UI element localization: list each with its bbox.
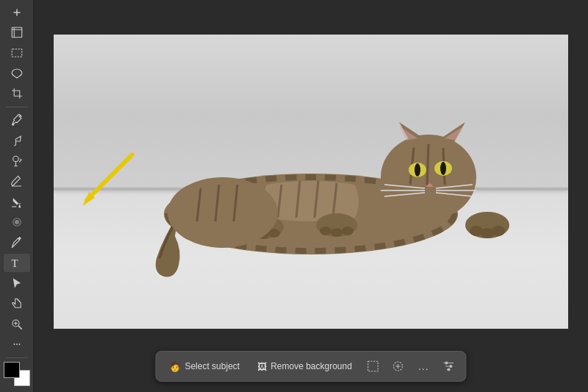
main-area: 🧑 Select subject 🖼 Remove background: [34, 0, 588, 392]
tool-stamp[interactable]: [4, 152, 30, 171]
tool-crop[interactable]: [4, 85, 30, 104]
bottom-toolbar: 🧑 Select subject 🖼 Remove background: [155, 351, 466, 382]
svg-text:T: T: [11, 257, 18, 269]
cat-illustration: [105, 89, 517, 295]
remove-background-label: Remove background: [270, 361, 352, 371]
settings-button[interactable]: [438, 356, 460, 377]
svg-point-61: [445, 362, 448, 364]
tool-zoom[interactable]: [4, 315, 30, 334]
svg-line-19: [427, 144, 429, 185]
more-options-button[interactable]: ...: [412, 357, 435, 376]
tool-artboard[interactable]: [4, 24, 30, 43]
svg-rect-1: [12, 49, 22, 57]
cat-scene: [54, 35, 568, 329]
svg-rect-0: [12, 28, 22, 38]
selection-tool-button[interactable]: [362, 356, 384, 377]
tool-blur[interactable]: [4, 213, 30, 232]
circle-selection-button[interactable]: [387, 356, 409, 377]
remove-background-button[interactable]: 🖼 Remove background: [250, 357, 359, 376]
tool-marquee[interactable]: [4, 43, 30, 63]
svg-point-28: [440, 162, 446, 175]
canvas-area[interactable]: 🧑 Select subject 🖼 Remove background: [34, 0, 588, 392]
svg-point-2: [12, 124, 14, 126]
svg-line-8: [18, 325, 21, 329]
svg-point-5: [15, 220, 19, 224]
svg-point-63: [448, 368, 450, 371]
canvas-image: [54, 35, 568, 329]
color-swatches[interactable]: [4, 362, 30, 386]
left-toolbar: T ···: [0, 0, 34, 392]
tool-brush[interactable]: [4, 132, 30, 151]
tool-hand[interactable]: [4, 294, 30, 313]
select-subject-button[interactable]: 🧑 Select subject: [162, 357, 247, 376]
svg-point-43: [342, 227, 354, 235]
svg-point-48: [168, 177, 278, 248]
tool-eraser[interactable]: [4, 172, 30, 191]
svg-point-45: [470, 226, 483, 236]
svg-point-62: [450, 366, 452, 368]
foreground-color-swatch[interactable]: [4, 362, 20, 378]
svg-rect-54: [368, 361, 379, 371]
tool-text[interactable]: T: [4, 254, 30, 273]
svg-point-47: [492, 226, 505, 236]
select-subject-icon: 🧑: [169, 361, 181, 372]
remove-background-icon: 🖼: [257, 361, 267, 372]
tool-paint-bucket[interactable]: [4, 193, 30, 212]
select-subject-label: Select subject: [184, 361, 240, 371]
more-options-label: ...: [418, 360, 429, 372]
svg-point-41: [320, 227, 331, 235]
tool-eyedropper[interactable]: [4, 111, 30, 130]
svg-point-3: [12, 157, 18, 163]
toolbar-separator-1: [6, 107, 28, 107]
toolbar-separator-2: [6, 357, 28, 358]
tool-pen[interactable]: [4, 233, 30, 252]
tool-lasso[interactable]: [4, 64, 30, 83]
tool-path-select[interactable]: [4, 274, 30, 293]
svg-marker-24: [445, 126, 464, 140]
tool-more[interactable]: ···: [4, 335, 30, 354]
svg-point-42: [331, 228, 343, 237]
tool-move[interactable]: [4, 3, 30, 22]
svg-point-46: [481, 228, 494, 238]
svg-point-26: [415, 163, 420, 177]
